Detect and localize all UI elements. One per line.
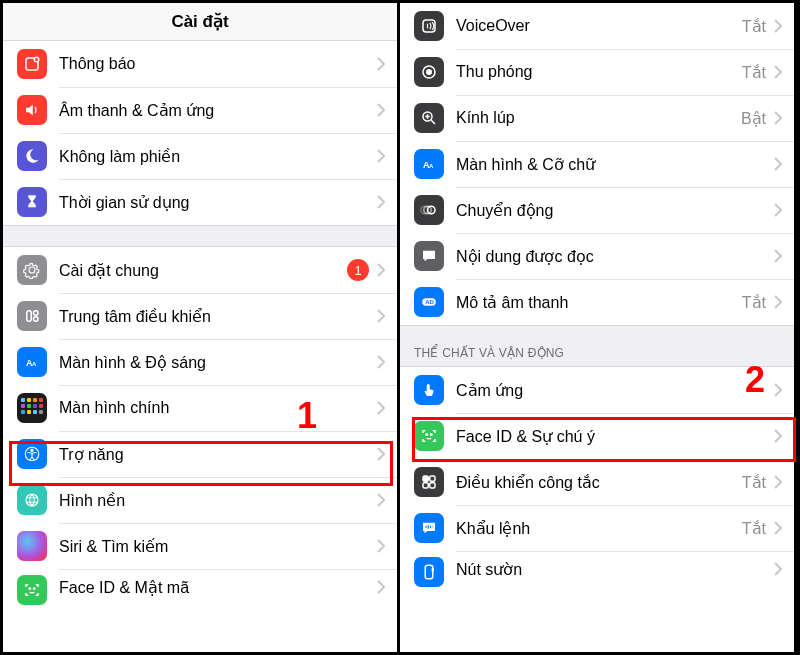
magnifier-icon <box>414 103 444 133</box>
row-man-hinh-co-chu[interactable]: AA Màn hình & Cỡ chữ <box>400 141 794 187</box>
row-label: Nội dung được đọc <box>456 247 774 266</box>
row-cam-ung[interactable]: Cảm ứng <box>400 367 794 413</box>
row-man-hinh-chinh[interactable]: Màn hình chính <box>3 385 397 431</box>
audio-description-icon: AD <box>414 287 444 317</box>
face-id-icon <box>414 421 444 451</box>
chevron-right-icon <box>774 65 782 79</box>
row-khong-lam-phien[interactable]: Không làm phiền <box>3 133 397 179</box>
svg-point-23 <box>426 434 428 436</box>
svg-text:AD: AD <box>425 299 434 305</box>
row-label: Thu phóng <box>456 63 742 81</box>
svg-point-3 <box>34 311 39 316</box>
control-center-icon <box>17 301 47 331</box>
svg-rect-29 <box>425 565 433 579</box>
row-trung-tam[interactable]: Trung tâm điều khiển <box>3 293 397 339</box>
row-cai-dat-chung[interactable]: Cài đặt chung 1 <box>3 247 397 293</box>
accessibility-icon <box>17 439 47 469</box>
svg-rect-2 <box>27 311 32 322</box>
chevron-right-icon <box>774 383 782 397</box>
row-siri[interactable]: Siri & Tìm kiếm <box>3 523 397 569</box>
row-thoi-gian[interactable]: Thời gian sử dụng <box>3 179 397 225</box>
chevron-right-icon <box>377 493 385 507</box>
row-label: Face ID & Mật mã <box>59 578 377 597</box>
switch-control-icon <box>414 467 444 497</box>
svg-point-4 <box>34 317 39 322</box>
row-chuyen-dong[interactable]: Chuyển động <box>400 187 794 233</box>
chevron-right-icon <box>774 203 782 217</box>
voiceover-icon <box>414 11 444 41</box>
row-label: Cảm ứng <box>456 381 774 400</box>
page-title: Cài đặt <box>3 3 397 41</box>
chevron-right-icon <box>377 263 385 277</box>
touch-icon <box>414 375 444 405</box>
spoken-content-icon <box>414 241 444 271</box>
row-label: Khẩu lệnh <box>456 519 742 538</box>
sounds-icon <box>17 95 47 125</box>
row-khau-lenh[interactable]: Khẩu lệnh Tắt <box>400 505 794 551</box>
display-text-icon: AA <box>414 149 444 179</box>
svg-point-1 <box>34 57 39 62</box>
chevron-right-icon <box>377 149 385 163</box>
row-detail: Tắt <box>742 519 766 538</box>
row-label: Thời gian sử dụng <box>59 193 377 212</box>
row-detail: Tắt <box>742 473 766 492</box>
row-label: Kính lúp <box>456 109 741 127</box>
row-man-hinh-sang[interactable]: AA Màn hình & Độ sáng <box>3 339 397 385</box>
svg-text:A: A <box>32 361 37 367</box>
home-screen-icon <box>17 393 47 423</box>
chevron-right-icon <box>377 355 385 369</box>
gear-icon <box>17 255 47 285</box>
row-nut-suon[interactable]: Nút sườn <box>400 551 794 587</box>
row-am-thanh[interactable]: Âm thanh & Cảm ứng <box>3 87 397 133</box>
row-label: Siri & Tìm kiếm <box>59 537 377 556</box>
row-label: Chuyển động <box>456 201 774 220</box>
moon-icon <box>17 141 47 171</box>
hourglass-icon <box>17 187 47 217</box>
row-noi-dung-doc[interactable]: Nội dung được đọc <box>400 233 794 279</box>
zoom-icon <box>414 57 444 87</box>
row-label: Điều khiển công tắc <box>456 473 742 492</box>
row-label: Trợ năng <box>59 445 377 464</box>
chevron-right-icon <box>377 539 385 553</box>
chevron-right-icon <box>774 521 782 535</box>
row-detail: Tắt <box>742 63 766 82</box>
row-kinh-lup[interactable]: Kính lúp Bật <box>400 95 794 141</box>
group-separator <box>3 225 397 247</box>
svg-rect-28 <box>430 483 435 488</box>
chevron-right-icon <box>377 401 385 415</box>
row-mo-ta-am-thanh[interactable]: AD Mô tả âm thanh Tắt <box>400 279 794 325</box>
row-label: Màn hình & Độ sáng <box>59 353 377 372</box>
chevron-right-icon <box>774 19 782 33</box>
settings-pane-right: VoiceOver Tắt Thu phóng Tắt Kính lúp Bật… <box>400 3 797 652</box>
row-face-id-chu-y[interactable]: Face ID & Sự chú ý <box>400 413 794 459</box>
chevron-right-icon <box>774 562 782 576</box>
row-thu-phong[interactable]: Thu phóng Tắt <box>400 49 794 95</box>
row-dieu-khien-cong-tac[interactable]: Điều khiển công tắc Tắt <box>400 459 794 505</box>
chevron-right-icon <box>774 429 782 443</box>
chevron-right-icon <box>377 57 385 71</box>
settings-pane-left: Cài đặt Thông báo Âm thanh & Cảm ứng Khô… <box>3 3 400 652</box>
siri-icon <box>17 531 47 561</box>
row-hinh-nen[interactable]: Hình nền <box>3 477 397 523</box>
motion-icon <box>414 195 444 225</box>
chevron-right-icon <box>377 103 385 117</box>
svg-point-9 <box>26 494 38 506</box>
svg-point-11 <box>34 588 36 590</box>
row-face-id-matma[interactable]: Face ID & Mật mã <box>3 569 397 605</box>
row-tro-nang[interactable]: Trợ năng <box>3 431 397 477</box>
side-button-icon <box>414 557 444 587</box>
chevron-right-icon <box>377 447 385 461</box>
chevron-right-icon <box>377 195 385 209</box>
notifications-icon <box>17 49 47 79</box>
row-voiceover[interactable]: VoiceOver Tắt <box>400 3 794 49</box>
svg-rect-26 <box>430 476 435 481</box>
row-label: Màn hình chính <box>59 399 377 417</box>
face-id-icon <box>17 575 47 605</box>
row-detail: Tắt <box>742 17 766 36</box>
row-thong-bao[interactable]: Thông báo <box>3 41 397 87</box>
notification-badge: 1 <box>347 259 369 281</box>
chevron-right-icon <box>774 111 782 125</box>
row-label: Màn hình & Cỡ chữ <box>456 155 774 174</box>
svg-point-24 <box>431 434 433 436</box>
row-detail: Bật <box>741 109 766 128</box>
